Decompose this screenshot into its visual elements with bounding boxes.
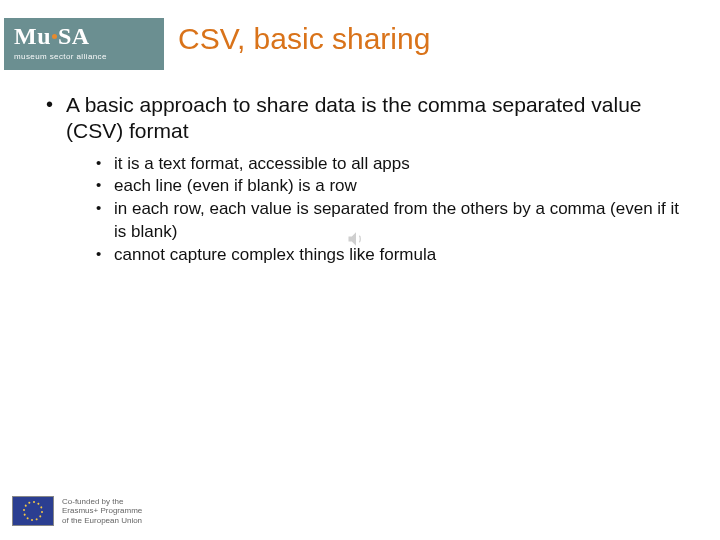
footer-text: Co-funded by the Erasmus+ Programme of t… (62, 497, 142, 526)
logo-title: MuSA (14, 24, 154, 48)
sub-bullet: it is a text format, accessible to all a… (94, 153, 680, 176)
logo-dot-icon (52, 34, 57, 39)
speaker-icon (346, 228, 366, 250)
logo-part-b: SA (58, 23, 90, 49)
sub-bullet: each line (even if blank) is a row (94, 175, 680, 198)
sub-bullet-text: in each row, each value is separated fro… (114, 199, 679, 241)
sub-bullet-text: cannot capture complex things like formu… (114, 245, 436, 264)
sub-bullet: in each row, each value is separated fro… (94, 198, 680, 244)
eu-flag-icon (12, 496, 54, 526)
logo-subtitle: museum sector alliance (14, 52, 154, 61)
main-bullet-text: A basic approach to share data is the co… (66, 93, 642, 142)
sub-bullet-text: it is a text format, accessible to all a… (114, 154, 410, 173)
footer-line: of the European Union (62, 516, 142, 526)
musa-logo: MuSA museum sector alliance (4, 18, 164, 70)
footer-line: Co-funded by the (62, 497, 142, 507)
logo-part-a: Mu (14, 23, 51, 49)
footer-line: Erasmus+ Programme (62, 506, 142, 516)
slide-title: CSV, basic sharing (178, 22, 430, 56)
footer: Co-funded by the Erasmus+ Programme of t… (12, 496, 142, 526)
sub-bullet: cannot capture complex things like formu… (94, 244, 680, 267)
sub-bullet-text: each line (even if blank) is a row (114, 176, 357, 195)
